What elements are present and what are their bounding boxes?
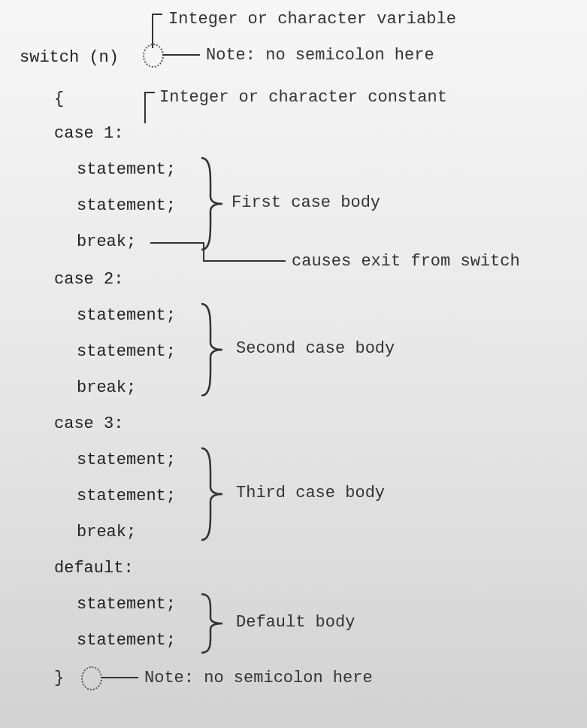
code-case2: case 2:	[54, 271, 123, 289]
code-open-brace: {	[54, 90, 64, 108]
connector-line-icon	[162, 54, 200, 56]
annotation-no-semicolon-top: Note: no semicolon here	[206, 47, 434, 65]
curly-brace-icon	[197, 445, 227, 543]
code-stmt-c2b: statement;	[77, 343, 176, 361]
dotted-oval-icon	[81, 666, 102, 690]
curly-brace-icon	[197, 155, 227, 253]
connector-line-icon	[203, 260, 286, 262]
curly-brace-icon	[197, 591, 227, 656]
code-stmt-c3a: statement;	[77, 451, 176, 469]
code-stmt-db: statement;	[77, 632, 176, 650]
code-case1: case 1:	[54, 125, 123, 143]
connector-line-icon	[203, 242, 204, 260]
code-stmt-da: statement;	[77, 596, 176, 614]
annotation-variable-type: Integer or character variable	[168, 11, 456, 29]
code-stmt-c1a: statement;	[77, 161, 176, 179]
code-case3: case 3:	[54, 415, 123, 433]
annotation-constant-type: Integer or character constant	[159, 89, 447, 107]
code-stmt-c1b: statement;	[77, 197, 176, 215]
dotted-oval-icon	[143, 44, 164, 68]
annotation-no-semicolon-bottom: Note: no semicolon here	[144, 669, 373, 687]
annotation-third-case-body: Third case body	[236, 484, 385, 502]
corner-bracket-icon	[144, 92, 155, 123]
curly-brace-icon	[197, 301, 227, 399]
annotation-break-exit: causes exit from switch	[292, 253, 520, 271]
code-default: default:	[54, 560, 134, 578]
code-break-c1: break;	[77, 233, 136, 251]
code-switch: switch (n)	[20, 49, 119, 67]
annotation-second-case-body: Second case body	[236, 340, 395, 358]
annotation-default-body: Default body	[236, 614, 355, 632]
annotation-first-case-body: First case body	[231, 194, 380, 212]
code-break-c2: break;	[77, 379, 136, 397]
connector-line-icon	[101, 677, 138, 678]
code-stmt-c3b: statement;	[77, 487, 176, 505]
code-close-brace: }	[54, 669, 64, 687]
code-break-c3: break;	[77, 523, 136, 541]
code-stmt-c2a: statement;	[77, 307, 176, 325]
connector-line-icon	[150, 242, 203, 244]
